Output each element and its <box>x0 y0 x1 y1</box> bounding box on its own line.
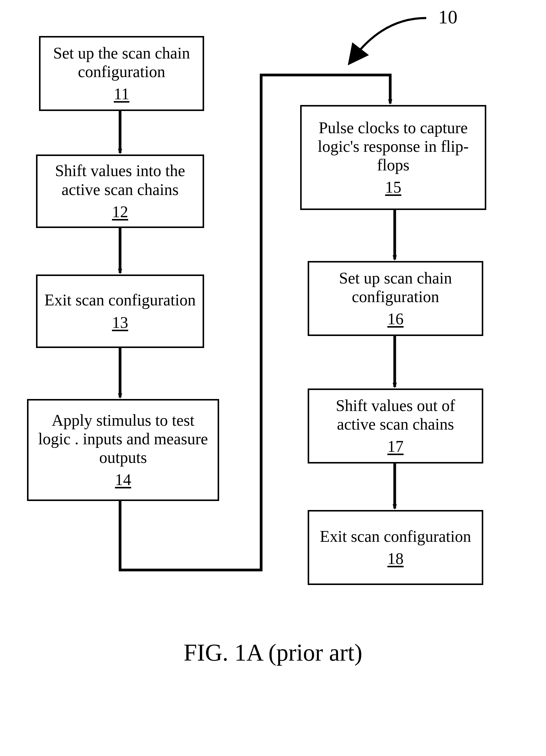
flowchart-canvas: 10 Set up the scan chain configuration 1… <box>0 0 546 756</box>
figure-caption: FIG. 1A (prior art) <box>0 639 546 666</box>
